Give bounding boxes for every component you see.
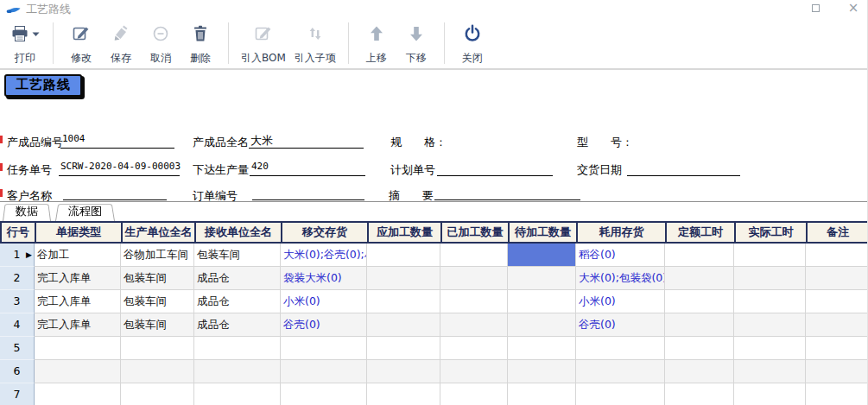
table-cell[interactable]: 谷壳(0) xyxy=(576,313,665,337)
row-number-cell[interactable]: 5 xyxy=(0,337,35,360)
page-title-button[interactable]: 工艺路线 xyxy=(4,74,82,97)
save-button[interactable]: 保存 xyxy=(101,20,141,68)
table-cell[interactable] xyxy=(367,267,440,290)
table-cell[interactable]: 大米(0);谷壳(0);小米(0) xyxy=(281,244,367,267)
summary-value[interactable] xyxy=(434,185,580,200)
table-cell[interactable]: 小米(0) xyxy=(576,290,665,313)
table-cell[interactable] xyxy=(440,313,508,337)
row-number-cell[interactable]: 2 xyxy=(0,267,35,290)
table-cell[interactable] xyxy=(806,290,868,313)
table-cell[interactable] xyxy=(367,360,440,383)
table-cell[interactable]: 小米(0) xyxy=(281,290,367,313)
print-button[interactable]: 打印 xyxy=(5,20,45,68)
table-cell[interactable]: 包装车间 xyxy=(194,244,281,267)
row-number-cell[interactable]: 4 xyxy=(0,313,35,337)
table-cell[interactable]: 成品仓 xyxy=(194,267,281,290)
table-cell[interactable] xyxy=(508,383,576,405)
table-cell[interactable] xyxy=(281,337,367,360)
row-number-cell[interactable]: 6 xyxy=(0,360,35,383)
cancel-button[interactable]: 取消 xyxy=(141,20,181,68)
table-cell[interactable] xyxy=(194,383,281,405)
move-down-button[interactable]: 下移 xyxy=(396,20,436,68)
table-cell[interactable] xyxy=(734,337,806,360)
import-bom-button[interactable]: 引入BOM xyxy=(237,20,290,68)
delivery-date-value[interactable] xyxy=(627,161,740,176)
table-cell[interactable]: 包装车间 xyxy=(121,267,194,290)
order-no-value[interactable] xyxy=(252,185,364,200)
table-cell[interactable] xyxy=(806,244,868,267)
dropdown-caret-icon[interactable] xyxy=(32,23,41,44)
delete-button[interactable]: 删除 xyxy=(181,20,220,68)
table-cell[interactable] xyxy=(440,383,508,405)
table-cell[interactable] xyxy=(734,313,806,337)
product-code-value[interactable]: 1004 xyxy=(60,133,174,149)
task-no-value[interactable]: SCRW-2020-04-09-00003 xyxy=(59,161,180,176)
table-cell[interactable] xyxy=(508,337,576,360)
table-cell[interactable] xyxy=(121,337,194,360)
table-cell[interactable]: 成品仓 xyxy=(194,313,281,337)
table-cell[interactable] xyxy=(806,313,868,337)
row-number-cell[interactable]: 1▶ xyxy=(0,244,35,267)
table-cell[interactable] xyxy=(734,360,806,383)
table-cell[interactable] xyxy=(194,360,281,383)
table-cell[interactable]: 袋装大米(0) xyxy=(281,267,367,290)
table-cell[interactable] xyxy=(281,383,367,405)
customer-name-value[interactable] xyxy=(63,185,167,200)
table-cell[interactable] xyxy=(508,313,576,337)
table-cell[interactable] xyxy=(35,360,121,383)
modify-button[interactable]: 修改 xyxy=(61,20,101,68)
table-cell[interactable] xyxy=(194,337,281,360)
table-cell[interactable]: 谷物加工车间 xyxy=(121,244,194,267)
table-cell[interactable] xyxy=(440,360,508,383)
table-cell[interactable] xyxy=(508,244,576,267)
table-cell[interactable] xyxy=(121,360,194,383)
table-cell[interactable] xyxy=(665,267,734,290)
table-cell[interactable] xyxy=(508,360,576,383)
close-button[interactable]: 关闭 xyxy=(453,20,492,68)
table-cell[interactable]: 谷加工 xyxy=(35,244,121,267)
product-name-value[interactable]: 大米 xyxy=(249,133,364,149)
table-cell[interactable] xyxy=(508,290,576,313)
table-cell[interactable]: 完工入库单 xyxy=(35,290,121,313)
table-cell[interactable] xyxy=(576,360,665,383)
row-number-cell[interactable]: 7 xyxy=(0,383,35,405)
table-cell[interactable] xyxy=(440,244,508,267)
table-cell[interactable] xyxy=(121,383,194,405)
table-cell[interactable] xyxy=(367,244,440,267)
table-cell[interactable]: 包装车间 xyxy=(121,290,194,313)
maximize-button[interactable] xyxy=(808,1,822,15)
table-cell[interactable] xyxy=(367,290,440,313)
table-cell[interactable] xyxy=(665,290,734,313)
table-cell[interactable] xyxy=(367,383,440,405)
table-cell[interactable] xyxy=(734,267,806,290)
move-up-button[interactable]: 上移 xyxy=(357,20,396,68)
table-cell[interactable] xyxy=(734,244,806,267)
import-subitem-button[interactable]: 引入子项 xyxy=(290,20,340,68)
table-cell[interactable] xyxy=(440,267,508,290)
table-cell[interactable] xyxy=(576,383,665,405)
table-cell[interactable] xyxy=(665,337,734,360)
table-cell[interactable] xyxy=(281,360,367,383)
tab-data[interactable]: 数据 xyxy=(3,202,51,221)
table-cell[interactable]: 完工入库单 xyxy=(35,313,121,337)
table-cell[interactable]: 完工入库单 xyxy=(35,267,121,290)
table-cell[interactable] xyxy=(806,337,868,360)
tab-flowchart[interactable]: 流程图 xyxy=(55,202,115,221)
table-cell[interactable] xyxy=(440,290,508,313)
table-cell[interactable] xyxy=(440,337,508,360)
table-cell[interactable]: 谷壳(0) xyxy=(281,313,367,337)
table-cell[interactable] xyxy=(665,360,734,383)
table-cell[interactable] xyxy=(665,244,734,267)
row-number-cell[interactable]: 3 xyxy=(0,290,35,313)
table-cell[interactable]: 包装车间 xyxy=(121,313,194,337)
table-cell[interactable] xyxy=(734,383,806,405)
production-qty-value[interactable]: 420 xyxy=(250,161,365,176)
table-cell[interactable] xyxy=(665,383,734,405)
table-cell[interactable] xyxy=(35,383,121,405)
table-cell[interactable] xyxy=(35,337,121,360)
table-cell[interactable]: 大米(0);包装袋(0) xyxy=(576,267,665,290)
table-cell[interactable] xyxy=(576,337,665,360)
table-cell[interactable] xyxy=(806,267,868,290)
table-cell[interactable] xyxy=(806,383,868,405)
table-cell[interactable] xyxy=(508,267,576,290)
